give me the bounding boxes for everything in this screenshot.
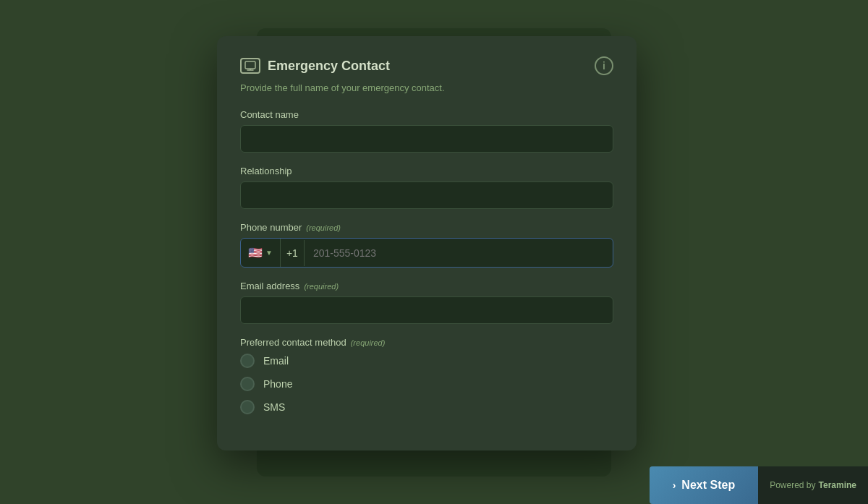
phone-input-row: 🇺🇸 ▼ +1 [240,238,613,268]
footer-bar: › Next Step Powered by Teramine [650,466,868,504]
phone-flag-selector[interactable]: 🇺🇸 ▼ [241,239,281,267]
svg-rect-0 [245,61,255,69]
next-step-arrow-icon: › [673,479,676,491]
next-step-label: Next Step [681,479,735,492]
info-button[interactable]: i [595,56,613,75]
flag-emoji: 🇺🇸 [248,246,263,260]
radio-email[interactable]: Email [240,354,613,368]
radio-phone-label: Phone [263,378,292,390]
radio-email-label: Email [263,355,289,367]
preferred-required-label: (required) [351,338,386,347]
next-step-button[interactable]: › Next Step [650,466,758,504]
email-address-group: Email address (required) [240,281,613,324]
radio-email-circle [240,354,255,368]
phone-number-label: Phone number (required) [240,222,613,233]
powered-by-brand: Teramine [819,480,856,490]
preferred-contact-label: Preferred contact method (required) [240,337,613,348]
email-address-input[interactable] [240,296,613,324]
phone-number-group: Phone number (required) 🇺🇸 ▼ +1 [240,222,613,268]
relationship-group: Relationship [240,166,613,209]
radio-sms-circle [240,400,255,414]
radio-phone[interactable]: Phone [240,377,613,391]
emergency-contact-icon [240,58,260,74]
flag-arrow-icon: ▼ [265,249,273,257]
relationship-input[interactable] [240,181,613,209]
email-address-label: Email address (required) [240,281,613,291]
contact-name-label: Contact name [240,109,613,120]
modal-header: Emergency Contact i [240,56,613,75]
radio-sms[interactable]: SMS [240,400,613,414]
email-required-label: (required) [304,282,339,291]
modal-subtitle: Provide the full name of your emergency … [240,82,613,93]
contact-name-group: Contact name [240,109,613,153]
modal-title-row: Emergency Contact [240,58,390,74]
phone-required-label: (required) [306,223,341,232]
phone-number-input[interactable] [305,240,613,266]
preferred-contact-group: Preferred contact method (required) Emai… [240,337,613,414]
radio-phone-circle [240,377,255,391]
radio-sms-label: SMS [263,401,285,413]
relationship-label: Relationship [240,166,613,176]
emergency-contact-modal: Emergency Contact i Provide the full nam… [217,36,637,450]
powered-by-text: Powered by [770,480,815,490]
powered-by-section: Powered by Teramine [758,466,868,504]
contact-name-input[interactable] [240,125,613,153]
preferred-contact-radio-group: Email Phone SMS [240,354,613,414]
phone-country-code: +1 [281,240,305,266]
modal-title: Emergency Contact [268,59,390,74]
